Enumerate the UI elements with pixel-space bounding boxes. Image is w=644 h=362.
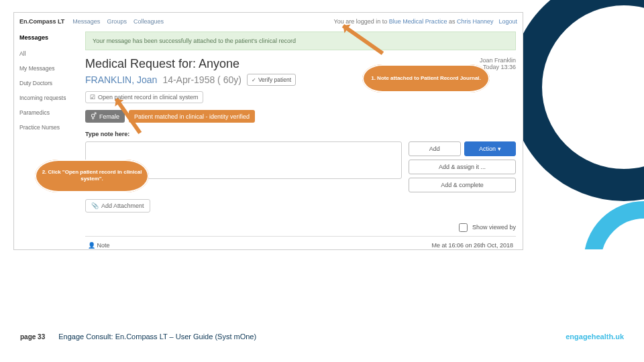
show-viewed-by: Show viewed by (85, 223, 516, 232)
content-area: Your message has been successfully attac… (81, 30, 523, 249)
patient-dob: 14-Apr-1958 ( 60y) (162, 74, 241, 85)
caller-info: Joan Franklin Today 13:36 (480, 57, 516, 70)
annotation-callout-2: 2. Click "Open patient record in clinica… (35, 160, 149, 192)
brand: En.Compass LT (19, 18, 64, 25)
sidebar-item-nurses[interactable]: Practice Nurses (14, 120, 81, 135)
check-icon (252, 76, 256, 83)
gender-icon (91, 113, 97, 120)
patient-name[interactable]: FRANKLIN, Joan (85, 74, 157, 85)
add-assign-button[interactable]: Add & assign it ... (409, 160, 516, 174)
nav-messages[interactable]: Messages (72, 18, 100, 25)
add-complete-button[interactable]: Add & complete (409, 178, 516, 192)
doc-title: Engage Consult: En.Compass LT – User Gui… (58, 333, 256, 341)
person-icon (88, 242, 95, 249)
paperclip-icon (91, 202, 99, 209)
note-icon-label: Note (88, 242, 110, 249)
nav-colleagues[interactable]: Colleagues (133, 18, 164, 25)
note-label: Type note here: (85, 131, 516, 137)
sidebar-item-mymessages[interactable]: My Messages (14, 61, 81, 76)
decorative-cyan-arc (584, 201, 644, 322)
gender-badge: Female (85, 110, 125, 123)
show-viewed-checkbox[interactable] (459, 223, 468, 232)
open-record-button[interactable]: Open patient record in clinical system (85, 91, 203, 103)
login-info: You are logged in to Blue Medical Practi… (334, 18, 494, 25)
success-banner: Your message has been successfully attac… (85, 32, 516, 50)
sidebar-item-duty[interactable]: Duty Doctors (14, 76, 81, 90)
request-title: Medical Request for: Anyone (85, 57, 239, 71)
sidebar-item-incoming[interactable]: Incoming requests (14, 90, 81, 105)
open-icon (90, 94, 95, 101)
verify-patient-button[interactable]: Verify patient (247, 74, 296, 86)
matched-badge: Patient matched in clinical - identity v… (129, 110, 255, 123)
sidebar-item-paramedics[interactable]: Paramedics (14, 105, 81, 120)
sidebar: Messages All My Messages Duty Doctors In… (14, 30, 81, 249)
note-meta: Me at 16:06 on 26th Oct, 2018 (431, 242, 513, 249)
page-number: page 33 (20, 333, 45, 341)
sidebar-heading: Messages (14, 32, 81, 46)
add-attachment-button[interactable]: Add Attachment (85, 199, 150, 213)
decorative-dark-arc (510, 0, 644, 201)
action-button[interactable]: Action ▾ (464, 141, 517, 156)
chevron-down-icon: ▾ (498, 145, 501, 152)
note-row: Note Me at 16:06 on 26th Oct, 2018 (85, 236, 516, 249)
nav-groups[interactable]: Groups (107, 18, 127, 25)
sidebar-item-all[interactable]: All (14, 46, 81, 61)
footer-url: engagehealth.uk (566, 333, 624, 341)
logout-link[interactable]: Logout (498, 18, 517, 25)
top-nav: En.Compass LT Messages Groups Colleagues… (14, 13, 523, 30)
add-button[interactable]: Add (409, 141, 461, 156)
annotation-callout-1: 1. Note attached to Patient Record Journ… (362, 64, 490, 93)
slide-footer: page 33 Engage Consult: En.Compass LT – … (20, 333, 624, 341)
app-screenshot: En.Compass LT Messages Groups Colleagues… (13, 12, 523, 250)
